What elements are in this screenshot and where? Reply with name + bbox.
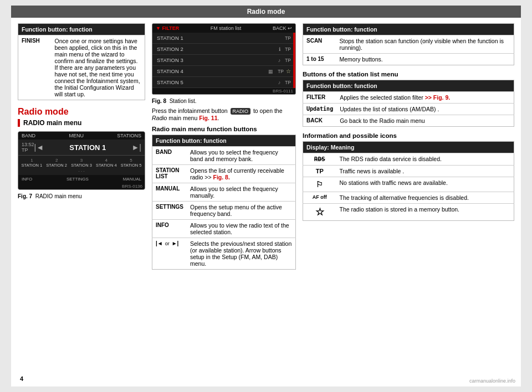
music-icon: ♪ bbox=[278, 58, 281, 63]
radio-settings-btn[interactable]: SETTINGS bbox=[66, 177, 89, 182]
scan-func-header: Function button: function bbox=[303, 24, 514, 35]
settings-value: Opens the setup menu of the active frequ… bbox=[187, 202, 295, 220]
radio-menu-label: MENU bbox=[69, 133, 84, 138]
radio-presets: 1 STATION 1 2 STATION 2 3 STATION 3 4 ST… bbox=[18, 155, 145, 169]
finish-key: FINISH bbox=[18, 35, 52, 100]
fig8-ref: Fig. 8. bbox=[213, 174, 229, 180]
settings-key: SETTINGS bbox=[152, 202, 187, 220]
fm-station-row-4[interactable]: STATION 4 ▦ TP ☆ bbox=[152, 66, 295, 77]
or-label: or bbox=[165, 241, 170, 246]
back-key: BACK bbox=[303, 115, 337, 127]
info-icons-title: Information and possible icons bbox=[303, 132, 514, 139]
back-label: BACK bbox=[273, 25, 287, 31]
fm-station-row-2[interactable]: STATION 2 ℹ TP bbox=[152, 44, 295, 55]
band-key: BAND bbox=[152, 147, 187, 165]
fm-station-4-tp: TP bbox=[278, 69, 284, 74]
page-number: 4 bbox=[20, 375, 23, 382]
updating-key: Updating bbox=[303, 104, 337, 115]
radio-manual-btn[interactable]: MANUAL bbox=[123, 177, 141, 182]
preset-3-num: 3 bbox=[69, 158, 94, 163]
radio-ui-mockup: BAND MENU STATIONS 13:52 TP |◄ STATION 1… bbox=[18, 131, 145, 190]
back-arrow-icon: ↩ bbox=[288, 25, 292, 31]
manual-key: MANUAL bbox=[152, 183, 187, 202]
star-icon-cell: ☆ bbox=[303, 204, 336, 221]
af-off-icon-cell: AF off bbox=[303, 192, 336, 204]
preset-1-num: 1 bbox=[19, 158, 44, 163]
fm-station-row-1[interactable]: STATION 1 TP bbox=[152, 33, 295, 44]
arrow-icons: |◄ or ►| bbox=[156, 240, 183, 246]
filter-btn[interactable]: ▼ FILTER bbox=[156, 25, 179, 31]
fig9-ref: >> Fig. 9. bbox=[425, 94, 451, 101]
star-desc: The radio station is stored in a memory … bbox=[336, 204, 514, 221]
info-key: INFO bbox=[152, 220, 187, 238]
back-btn[interactable]: BACK ↩ bbox=[273, 25, 292, 31]
station-list-value: Opens the list of currently receivable r… bbox=[187, 165, 295, 183]
info-circle-icon: ℹ bbox=[279, 47, 280, 52]
preset-3-name: STATION 3 bbox=[69, 163, 94, 168]
radio-top-bar: BAND MENU STATIONS bbox=[18, 132, 145, 140]
arrow-key: |◄ or ►| bbox=[152, 238, 187, 270]
fig7-label: RADIO main menu bbox=[35, 193, 82, 199]
star-icon-4: ☆ bbox=[286, 68, 291, 74]
fm-station-1-tp: TP bbox=[285, 35, 291, 41]
finish-function-table: Function button: function FINISH Once on… bbox=[18, 23, 145, 100]
middle-column: ▼ FILTER FM station list BACK ↩ STATION … bbox=[152, 23, 296, 275]
fm-station-2-name: STATION 2 bbox=[157, 46, 183, 52]
fm-ui-mockup: ▼ FILTER FM station list BACK ↩ STATION … bbox=[152, 23, 296, 95]
content: Function button: function FINISH Once on… bbox=[11, 18, 521, 281]
rds-desc: The RDS radio data service is disabled. bbox=[336, 153, 514, 166]
radio-station-display: 13:52 TP |◄ STATION 1 ►| bbox=[18, 140, 145, 155]
radio-func-btn-title: Radio main menu function buttons bbox=[152, 126, 296, 132]
prev-station-icon: |◄ bbox=[156, 240, 163, 246]
radio-band-label: BAND bbox=[22, 133, 35, 138]
fig8-num: Fig. 8 bbox=[152, 98, 166, 104]
radio-info-btn[interactable]: INFO bbox=[22, 177, 32, 182]
brs-code-middle: BRS-0111 bbox=[152, 88, 295, 94]
rds-icon-cell: RDS bbox=[303, 153, 336, 166]
station-list-btn-title: Buttons of the station list menu bbox=[303, 71, 514, 78]
tp-display-icon: TP bbox=[316, 168, 324, 174]
image-icon: ▦ bbox=[268, 69, 273, 74]
radio-time: 13:52 bbox=[22, 142, 34, 147]
right-column: Function button: function SCAN Stops the… bbox=[303, 23, 514, 275]
display-header: Display: Meaning bbox=[303, 142, 514, 153]
fm-station-3-name: STATION 3 bbox=[157, 57, 183, 63]
tp-desc: Traffic news is available . bbox=[336, 166, 514, 177]
brs-code-left: BRS-0136 bbox=[18, 183, 145, 189]
preset-dots: · · · bbox=[18, 169, 145, 175]
filter-value: Applies the selected station filter >> F… bbox=[336, 92, 514, 104]
display-table: Display: Meaning RDS The RDS radio data … bbox=[303, 141, 514, 221]
no-traffic-icon-cell: ⚐ bbox=[303, 177, 336, 192]
radio-func-header: Function button: function bbox=[152, 135, 296, 147]
station-list-key: STATION LIST bbox=[152, 165, 187, 183]
fm-title: FM station list bbox=[211, 25, 242, 31]
fig8-label: Station list. bbox=[170, 98, 197, 104]
fm-station-row-3[interactable]: STATION 3 ♪ TP bbox=[152, 55, 295, 66]
fig8-caption: Fig. 8 Station list. bbox=[152, 98, 296, 104]
press-text: Press the infotainment button RADIO to o… bbox=[152, 107, 296, 121]
scan-func-table: Function button: function SCAN Stops the… bbox=[303, 23, 514, 65]
scan-value: Stops the station scan function (only vi… bbox=[336, 35, 514, 54]
preset-5-num: 5 bbox=[119, 158, 144, 163]
preset-3: 3 STATION 3 bbox=[69, 158, 94, 168]
radio-italic: Radio bbox=[152, 115, 167, 121]
fm-station-row-5[interactable]: STATION 5 ♪ TP bbox=[152, 77, 295, 88]
radio-func-table: Function button: function BAND Allows yo… bbox=[152, 135, 296, 270]
scrollbar bbox=[293, 33, 295, 88]
preset-2-name: STATION 2 bbox=[44, 163, 69, 168]
music-icon-5: ♪ bbox=[278, 80, 281, 85]
fm-top-bar: ▼ FILTER FM station list BACK ↩ bbox=[152, 24, 295, 33]
fm-station-2-tp: TP bbox=[285, 47, 291, 52]
fm-station-3-tp: TP bbox=[285, 58, 291, 63]
preset-5-name: STATION 5 bbox=[119, 163, 144, 168]
fig7-caption: Fig. 7 RADIO main menu bbox=[18, 193, 145, 199]
no-traffic-display-icon: ⚐ bbox=[316, 180, 323, 189]
band-value: Allows you to select the frequency band … bbox=[187, 147, 295, 165]
prev-arrow-icon: |◄ bbox=[34, 143, 44, 152]
info-value: Allows you to view the radio text of the… bbox=[187, 220, 295, 238]
preset-2: 2 STATION 2 bbox=[44, 158, 69, 168]
fm-station-4-name: STATION 4 bbox=[157, 68, 183, 74]
star-display-icon: ☆ bbox=[315, 207, 324, 218]
left-column: Function button: function FINISH Once on… bbox=[18, 23, 145, 275]
fm-list: STATION 1 TP STATION 2 ℹ TP STATION 3 ♪ bbox=[152, 33, 295, 88]
